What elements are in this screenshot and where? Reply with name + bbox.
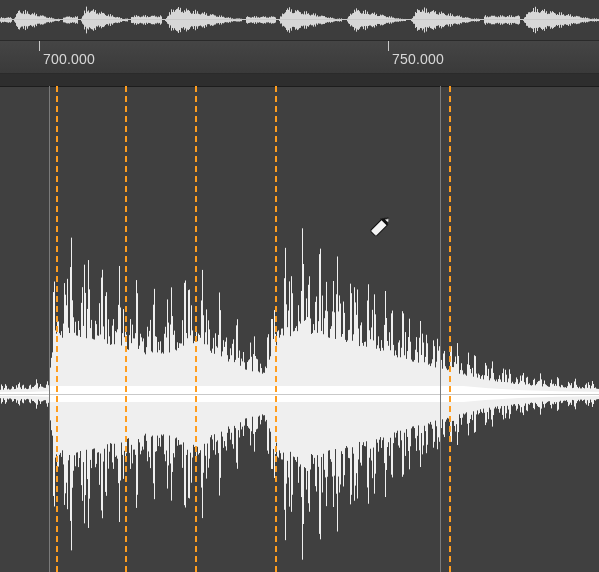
transient-guide-line <box>440 86 441 572</box>
flex-marker[interactable] <box>195 86 197 572</box>
transient-guide-line <box>49 86 50 572</box>
zero-crossing-line <box>0 394 599 395</box>
flex-marker[interactable] <box>56 86 58 572</box>
flex-marker[interactable] <box>125 86 127 572</box>
ruler-label: 700.000 <box>43 51 95 67</box>
time-ruler[interactable]: 700.000750.000 <box>0 40 599 74</box>
audio-editor-view: 700.000750.000 <box>0 0 599 572</box>
overview-strip[interactable] <box>0 0 599 40</box>
main-waveform[interactable] <box>0 86 599 572</box>
ruler-label: 750.000 <box>392 51 444 67</box>
waveform-editor[interactable] <box>0 74 599 572</box>
flex-marker[interactable] <box>449 86 451 572</box>
overview-waveform <box>0 0 599 40</box>
flex-marker[interactable] <box>275 86 277 572</box>
